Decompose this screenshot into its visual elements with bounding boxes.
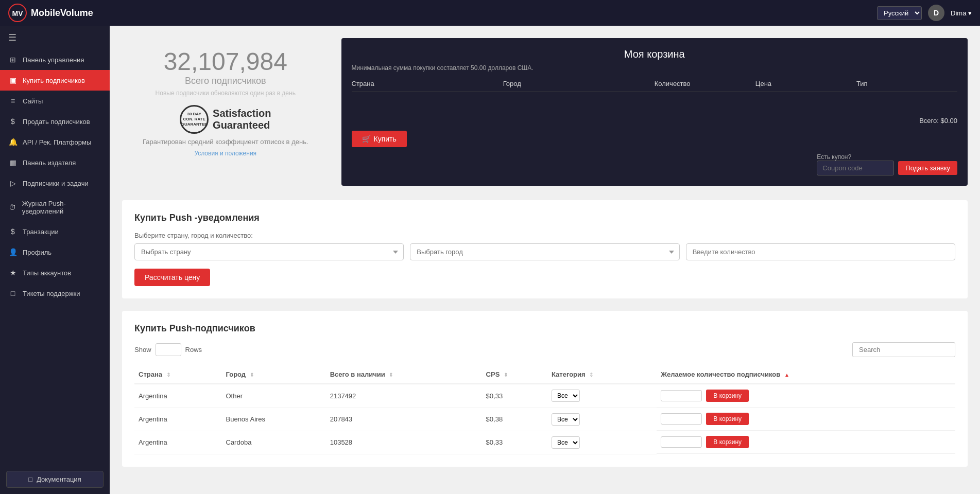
- category-select[interactable]: Все: [552, 413, 580, 426]
- publisher-icon: ▦: [8, 158, 18, 167]
- sidebar-item-label: Журнал Push-уведомлений: [22, 200, 101, 215]
- city-select[interactable]: Выбрать город: [410, 243, 679, 260]
- cell-desired-qty: В корзину: [657, 384, 955, 408]
- docs-icon: □: [28, 475, 32, 483]
- col-desired-qty[interactable]: Желаемое количество подписчиков ▲: [657, 365, 955, 384]
- user-name[interactable]: Dima ▾: [951, 9, 972, 17]
- col-total[interactable]: Всего в наличии ⇕: [326, 365, 482, 384]
- terms-link[interactable]: Условия и положения: [194, 150, 256, 157]
- cart-body: [352, 96, 957, 117]
- satisfaction-guaranteed: Guaranteed: [213, 119, 271, 131]
- cell-category: Все: [547, 431, 657, 454]
- main-layout: ☰ ⊞ Панель управления ▣ Купить подписчик…: [0, 26, 980, 494]
- api-icon: 🔔: [8, 138, 18, 146]
- satisfaction-badge: 30 DAYCON. RATEGUARANTEE Satisfaction Gu…: [143, 105, 308, 134]
- header-right: Русский D Dima ▾: [877, 5, 972, 21]
- cart-total: Всего: $0.00: [352, 117, 957, 125]
- cart-min-order: Минимальная сумма покупки составляет 50.…: [352, 64, 957, 72]
- cart-icon: 🛒: [362, 135, 371, 143]
- user-avatar: D: [928, 5, 944, 21]
- sidebar-item-transactions[interactable]: $ Транзакции: [0, 221, 110, 242]
- cell-cps: $0,38: [482, 408, 547, 431]
- col-cps[interactable]: CPS ⇕: [482, 365, 547, 384]
- sidebar-item-label: Панель издателя: [23, 159, 76, 167]
- transactions-icon: $: [8, 227, 18, 236]
- content-area: 32,107,984 Всего подписчиков Новые подпи…: [110, 26, 980, 494]
- cell-category: Все: [547, 408, 657, 431]
- sidebar-item-account-types[interactable]: ★ Типы аккаунтов: [0, 262, 110, 283]
- sidebar-item-label: Профиль: [23, 249, 51, 256]
- language-select[interactable]: Русский: [877, 6, 922, 20]
- sidebar-item-label: Подписчики и задачи: [23, 180, 89, 187]
- coupon-input[interactable]: [817, 161, 894, 175]
- buy-subscribers-icon: ▣: [8, 76, 18, 84]
- cell-cps: $0,33: [482, 431, 547, 454]
- cart-table-header: Страна Город Количество Цена Тип: [352, 80, 957, 92]
- sidebar-item-label: Тикеты поддержки: [23, 290, 80, 297]
- menu-toggle[interactable]: ☰: [0, 26, 110, 49]
- sidebar-bottom: □ Документация: [0, 465, 110, 494]
- add-to-cart-button[interactable]: В корзину: [706, 413, 749, 425]
- col-category[interactable]: Категория ⇕: [547, 365, 657, 384]
- guarantee-badge: 30 DAYCON. RATEGUARANTEE: [180, 105, 209, 134]
- cart-col-price: Цена: [755, 80, 856, 87]
- rows-input[interactable]: [156, 343, 181, 356]
- search-input[interactable]: [852, 342, 955, 357]
- sidebar-item-buy-subscribers[interactable]: ▣ Купить подписчиков: [0, 70, 110, 91]
- sidebar-item-sell[interactable]: $ Продать подписчиков: [0, 111, 110, 132]
- stats-number: 32,107,984: [143, 48, 308, 76]
- logo-icon: MV: [8, 4, 27, 22]
- col-city[interactable]: Город ⇕: [222, 365, 326, 384]
- add-to-cart-button[interactable]: В корзину: [706, 390, 749, 402]
- support-icon: □: [8, 289, 18, 297]
- sort-icon-city: ⇕: [250, 372, 254, 378]
- cell-country: Argentina: [134, 408, 222, 431]
- sidebar-item-publisher[interactable]: ▦ Панель издателя: [0, 152, 110, 173]
- docs-button[interactable]: □ Документация: [6, 471, 104, 488]
- cell-total: 207843: [326, 408, 482, 431]
- table-head: Страна ⇕ Город ⇕ Всего в наличии ⇕ CPS: [134, 365, 955, 384]
- desired-qty-input[interactable]: [661, 436, 702, 448]
- category-select[interactable]: Все: [552, 436, 580, 449]
- cell-total: 103528: [326, 431, 482, 454]
- sidebar-item-label: Транзакции: [23, 228, 59, 236]
- cart-card: Моя корзина Минимальная сумма покупки со…: [341, 38, 968, 186]
- qty-input[interactable]: [686, 243, 955, 260]
- sidebar-item-dashboard[interactable]: ⊞ Панель управления: [0, 49, 110, 70]
- cell-country: Argentina: [134, 431, 222, 454]
- col-country[interactable]: Страна ⇕: [134, 365, 222, 384]
- sidebar-item-sites[interactable]: ≡ Сайты: [0, 91, 110, 111]
- sidebar-item-subscribers-tasks[interactable]: ▷ Подписчики и задачи: [0, 173, 110, 193]
- sidebar-item-api[interactable]: 🔔 API / Рек. Платформы: [0, 132, 110, 152]
- guarantee-text: Гарантирован средний коэффициент отписок…: [143, 138, 308, 146]
- sidebar-item-profile[interactable]: 👤 Профиль: [0, 242, 110, 262]
- coupon-submit-button[interactable]: Подать заявку: [898, 161, 957, 175]
- subscribers-table: Страна ⇕ Город ⇕ Всего в наличии ⇕ CPS: [134, 365, 955, 454]
- tasks-icon: ▷: [8, 179, 18, 187]
- buy-push-section: Купить Push -уведомления Выберите страну…: [122, 200, 968, 298]
- cart-col-qty: Количество: [655, 80, 755, 87]
- satisfaction-big: Satisfaction: [213, 108, 271, 119]
- app-name: MobileVolume: [31, 8, 93, 19]
- cell-total: 2137492: [326, 384, 482, 408]
- show-rows: Show Rows: [134, 343, 202, 356]
- cart-col-type: Тип: [856, 80, 957, 87]
- sort-icon-total: ⇕: [389, 372, 393, 378]
- cart-buy-button[interactable]: 🛒 Купить: [352, 131, 407, 147]
- sort-icon-country: ⇕: [166, 372, 170, 378]
- calc-price-button[interactable]: Рассчитать цену: [134, 269, 210, 286]
- sidebar: ☰ ⊞ Панель управления ▣ Купить подписчик…: [0, 26, 110, 494]
- sites-icon: ≡: [8, 97, 18, 105]
- country-select[interactable]: Выбрать страну: [134, 243, 404, 260]
- sidebar-item-support[interactable]: □ Тикеты поддержки: [0, 283, 110, 304]
- sidebar-item-push-log[interactable]: ⏱ Журнал Push-уведомлений: [0, 193, 110, 221]
- top-header: MV MobileVolume Русский D Dima ▾: [0, 0, 980, 26]
- buy-push-heading: Купить Push -уведомления: [134, 213, 955, 223]
- stats-sub: Новые подписчики обновляются один раз в …: [143, 90, 308, 97]
- desired-qty-input[interactable]: [661, 390, 702, 401]
- sidebar-item-label: API / Рек. Платформы: [23, 138, 91, 146]
- table-row: Argentina Cardoba 103528 $0,33 Все В кор…: [134, 431, 955, 454]
- desired-qty-input[interactable]: [661, 413, 702, 425]
- add-to-cart-button[interactable]: В корзину: [706, 436, 749, 448]
- category-select[interactable]: Все: [552, 390, 580, 402]
